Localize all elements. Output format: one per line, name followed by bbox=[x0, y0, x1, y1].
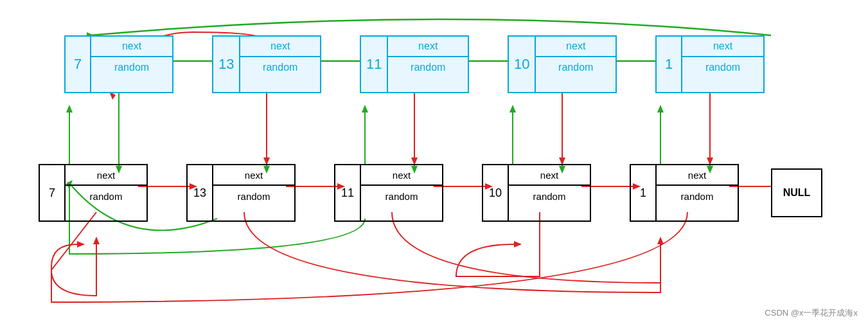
black-node-1-random: random bbox=[657, 186, 738, 206]
null-label: NULL bbox=[783, 187, 811, 199]
blue-node-7-fields: next random bbox=[91, 37, 172, 92]
blue-node-13-random: random bbox=[240, 57, 320, 78]
black-node-1-val: 1 bbox=[631, 165, 657, 221]
svg-marker-15 bbox=[509, 105, 516, 113]
blue-node-10-random: random bbox=[536, 57, 616, 78]
black-node-10: 10 next random bbox=[482, 164, 591, 222]
blue-node-7-next: next bbox=[91, 37, 172, 57]
blue-node-13: 13 next random bbox=[212, 35, 321, 93]
black-node-7-fields: next random bbox=[66, 165, 146, 221]
blue-node-1-val: 1 bbox=[657, 37, 682, 92]
blue-node-11-val: 11 bbox=[361, 37, 388, 92]
black-node-13-random: random bbox=[213, 186, 294, 206]
black-node-7-val: 7 bbox=[40, 165, 66, 221]
blue-node-7-random: random bbox=[91, 57, 172, 78]
blue-node-7-val: 7 bbox=[66, 37, 91, 92]
blue-node-1-next: next bbox=[682, 37, 763, 57]
blue-node-10: 10 next random bbox=[508, 35, 617, 93]
black-node-10-next: next bbox=[509, 165, 590, 186]
black-node-13-fields: next random bbox=[213, 165, 294, 221]
blue-node-13-fields: next random bbox=[240, 37, 320, 92]
black-node-10-random: random bbox=[509, 186, 590, 206]
black-node-7-random: random bbox=[66, 186, 146, 206]
black-node-13: 13 next random bbox=[186, 164, 296, 222]
blue-node-11-random: random bbox=[388, 57, 468, 78]
svg-marker-13 bbox=[362, 105, 368, 113]
diagram: 7 next random 13 next random 11 next ran… bbox=[0, 0, 868, 324]
blue-node-11-fields: next random bbox=[388, 37, 468, 92]
black-node-10-fields: next random bbox=[509, 165, 590, 221]
blue-node-13-next: next bbox=[240, 37, 320, 57]
blue-node-1-fields: next random bbox=[682, 37, 763, 92]
black-node-13-val: 13 bbox=[188, 165, 213, 221]
watermark: CSDN @x一季花开成海x bbox=[765, 307, 858, 319]
blue-node-1: 1 next random bbox=[655, 35, 765, 93]
black-node-11: 11 next random bbox=[334, 164, 443, 222]
black-node-1: 1 next random bbox=[630, 164, 739, 222]
black-node-1-fields: next random bbox=[657, 165, 738, 221]
blue-node-1-random: random bbox=[682, 57, 763, 78]
black-node-11-random: random bbox=[361, 186, 442, 206]
svg-marker-10 bbox=[66, 105, 73, 113]
black-node-11-next: next bbox=[361, 165, 442, 186]
blue-node-10-next: next bbox=[536, 37, 616, 57]
blue-node-7: 7 next random bbox=[64, 35, 173, 93]
null-node: NULL bbox=[771, 168, 822, 217]
svg-marker-17 bbox=[657, 105, 664, 113]
black-node-11-fields: next random bbox=[361, 165, 442, 221]
svg-marker-38 bbox=[93, 237, 100, 244]
black-node-7-next: next bbox=[66, 165, 146, 186]
blue-node-11: 11 next random bbox=[360, 35, 469, 93]
black-node-11-val: 11 bbox=[335, 165, 361, 221]
blue-node-10-fields: next random bbox=[536, 37, 616, 92]
blue-node-13-val: 13 bbox=[213, 37, 240, 92]
svg-marker-41 bbox=[77, 241, 85, 248]
blue-node-11-next: next bbox=[388, 37, 468, 57]
blue-node-10-val: 10 bbox=[509, 37, 536, 92]
black-node-1-next: next bbox=[657, 165, 738, 186]
svg-marker-40 bbox=[514, 241, 522, 248]
black-node-7: 7 next random bbox=[39, 164, 148, 222]
svg-marker-39 bbox=[657, 237, 664, 244]
black-node-10-val: 10 bbox=[483, 165, 509, 221]
black-node-13-next: next bbox=[213, 165, 294, 186]
